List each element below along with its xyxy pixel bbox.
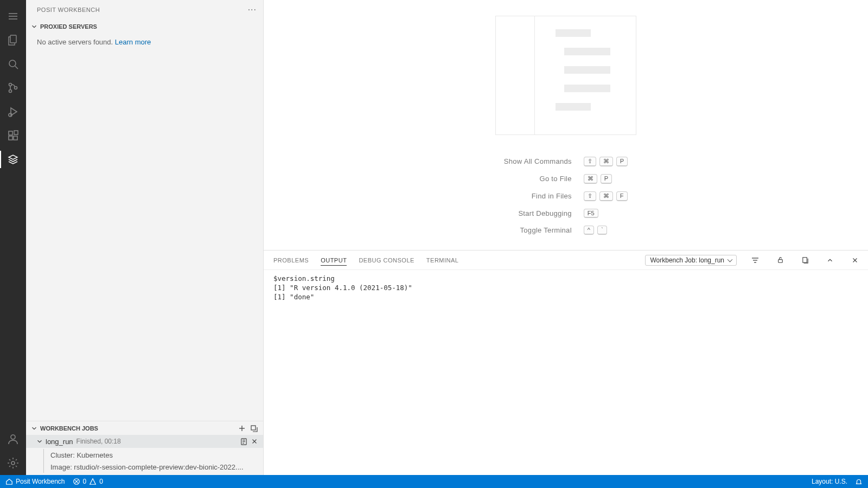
keyboard-key: P — [616, 157, 628, 166]
panel-tab-debug-console[interactable]: DEBUG CONSOLE — [359, 255, 414, 266]
maximize-panel-icon[interactable] — [824, 254, 837, 267]
output-line: $version.string — [273, 274, 858, 284]
svg-rect-29 — [778, 260, 782, 263]
run-debug-icon[interactable] — [0, 100, 26, 124]
svg-point-16 — [11, 461, 15, 465]
svg-rect-11 — [9, 131, 12, 135]
keyboard-key: F — [616, 191, 628, 201]
status-warnings: 0 — [99, 478, 103, 485]
bottom-panel: PROBLEMSOUTPUTDEBUG CONSOLETERMINAL Work… — [264, 250, 868, 475]
keyboard-key: F5 — [584, 209, 598, 218]
svg-line-5 — [15, 66, 18, 69]
status-layout[interactable]: Layout: U.S. — [812, 478, 847, 485]
activity-bar — [0, 0, 26, 475]
welcome-commands: Show All Commands⇧⌘PGo to File⌘PFind in … — [504, 157, 628, 235]
svg-rect-30 — [802, 258, 807, 262]
keyboard-key: ⌘ — [599, 157, 613, 166]
keyboard-key: ^ — [584, 226, 594, 235]
collapse-all-icon[interactable] — [248, 422, 260, 434]
svg-point-15 — [11, 435, 15, 439]
lock-scroll-icon[interactable] — [774, 254, 787, 267]
job-output-icon[interactable] — [238, 436, 249, 447]
welcome-command-keys: ⇧⌘P — [584, 157, 628, 166]
welcome-screen: Show All Commands⇧⌘PGo to File⌘PFind in … — [264, 0, 868, 250]
keyboard-key: ⇧ — [584, 157, 596, 166]
filter-icon[interactable] — [749, 254, 762, 267]
close-panel-icon[interactable] — [848, 254, 861, 267]
output-line: [1] "R version 4.1.0 (2021-05-18)" — [273, 284, 858, 293]
welcome-command-keys: ^` — [584, 226, 628, 235]
welcome-command-label: Find in Files — [504, 192, 572, 200]
status-bar: Posit Workbench 0 0 Layout: U.S. — [0, 475, 868, 488]
job-name: long_run — [46, 438, 73, 446]
more-actions-icon[interactable]: ··· — [248, 5, 257, 15]
keyboard-key: ` — [597, 226, 607, 235]
output-content[interactable]: $version.string[1] "R version 4.1.0 (202… — [264, 270, 868, 475]
job-close-icon[interactable] — [249, 436, 260, 447]
svg-rect-19 — [251, 426, 256, 430]
search-icon[interactable] — [0, 52, 26, 76]
status-notifications-icon[interactable] — [855, 478, 863, 485]
output-line: [1] "done" — [273, 293, 858, 302]
status-host-label: Posit Workbench — [16, 478, 65, 485]
workbench-jobs-title: WORKBENCH JOBS — [40, 425, 236, 432]
extensions-icon[interactable] — [0, 124, 26, 147]
svg-rect-3 — [10, 35, 16, 43]
sidebar-title: POSIT WORKBENCH — [37, 7, 248, 13]
svg-rect-13 — [14, 136, 17, 140]
svg-point-8 — [15, 87, 17, 89]
posit-workbench-icon[interactable] — [0, 147, 26, 171]
panel-tab-output[interactable]: OUTPUT — [321, 255, 347, 266]
svg-point-4 — [9, 60, 16, 67]
job-item[interactable]: long_run Finished, 00:18 — [26, 435, 263, 448]
panel-tab-problems[interactable]: PROBLEMS — [273, 255, 309, 266]
source-control-icon[interactable] — [0, 76, 26, 100]
job-cluster: Cluster: Kubernetes — [43, 449, 257, 461]
welcome-command-label: Go to File — [504, 175, 572, 183]
job-status: Finished, 00:18 — [76, 438, 121, 445]
settings-gear-icon[interactable] — [0, 451, 26, 475]
svg-rect-12 — [9, 136, 12, 140]
proxied-servers-body: No active servers found. Learn more — [26, 34, 263, 53]
output-channel-select[interactable]: Workbench Job: long_run — [645, 255, 737, 266]
keyboard-key: ⌘ — [599, 191, 613, 201]
job-details: Cluster: Kubernetes Image: rstudio/r-ses… — [26, 448, 263, 475]
editor-area: Show All Commands⇧⌘PGo to File⌘PFind in … — [264, 0, 868, 475]
svg-point-7 — [9, 90, 12, 93]
welcome-command-keys: ⇧⌘F — [584, 191, 628, 201]
svg-point-6 — [9, 84, 12, 86]
no-servers-text: No active servers found. — [37, 38, 115, 46]
welcome-command-label: Toggle Terminal — [504, 226, 572, 234]
job-image: Image: rstudio/r-session-complete-previe… — [43, 461, 257, 473]
chevron-down-icon — [30, 23, 38, 30]
keyboard-key: ⇧ — [584, 191, 596, 201]
status-problems[interactable]: 0 0 — [73, 478, 103, 485]
sidebar-header: POSIT WORKBENCH ··· — [26, 0, 263, 20]
workbench-jobs-header[interactable]: WORKBENCH JOBS — [26, 421, 263, 435]
keyboard-key: ⌘ — [584, 174, 597, 184]
welcome-command-label: Start Debugging — [504, 209, 572, 217]
keyboard-key: P — [601, 174, 612, 184]
explorer-icon[interactable] — [0, 28, 26, 52]
panel-tab-terminal[interactable]: TERMINAL — [426, 255, 459, 266]
sidebar: POSIT WORKBENCH ··· PROXIED SERVERS No a… — [26, 0, 264, 475]
account-icon[interactable] — [0, 427, 26, 451]
proxied-servers-header[interactable]: PROXIED SERVERS — [26, 20, 263, 34]
proxied-servers-title: PROXIED SERVERS — [40, 23, 97, 30]
welcome-command-label: Show All Commands — [504, 157, 572, 165]
open-log-icon[interactable] — [799, 254, 812, 267]
output-channel-label: Workbench Job: long_run — [650, 256, 724, 264]
menu-icon[interactable] — [0, 4, 26, 28]
workbench-jobs-list: long_run Finished, 00:18 Cluster: Kubern… — [26, 435, 263, 475]
panel-tabs: PROBLEMSOUTPUTDEBUG CONSOLETERMINAL Work… — [264, 251, 868, 270]
status-host[interactable]: Posit Workbench — [5, 478, 65, 485]
svg-rect-14 — [14, 131, 18, 134]
welcome-command-keys: F5 — [584, 209, 628, 218]
chevron-down-icon — [30, 425, 38, 432]
learn-more-link[interactable]: Learn more — [115, 38, 151, 46]
new-job-icon[interactable] — [236, 422, 248, 434]
main-area: POSIT WORKBENCH ··· PROXIED SERVERS No a… — [0, 0, 868, 475]
welcome-artwork — [495, 16, 636, 135]
chevron-down-icon — [36, 438, 43, 445]
welcome-command-keys: ⌘P — [584, 174, 628, 184]
